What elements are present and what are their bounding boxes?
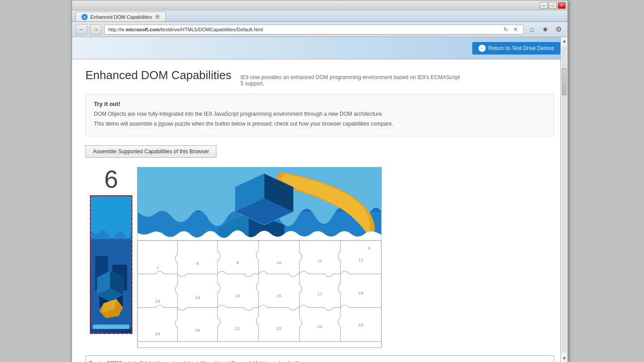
page-title: Enhanced DOM Capabilities: [85, 68, 232, 82]
svg-text:19: 19: [155, 331, 161, 336]
scroll-down-arrow[interactable]: ▼: [561, 354, 568, 362]
tab-bar: e Enhanced DOM Capabilities ✕: [72, 10, 568, 22]
settings-icon[interactable]: ⚙: [553, 24, 564, 35]
svg-text:12: 12: [358, 257, 364, 262]
svg-text:14: 14: [195, 295, 200, 300]
tab-favicon: e: [81, 14, 88, 20]
main-content: Enhanced DOM Capabilities IE9 now provid…: [72, 59, 568, 362]
back-button[interactable]: ←: [76, 24, 87, 35]
svg-text:20: 20: [195, 328, 200, 333]
address-icons: ↻ ✕: [502, 25, 520, 34]
page-title-row: Enhanced DOM Capabilities IE9 now provid…: [85, 68, 554, 87]
address-field[interactable]: http://ie.microsoft.com/testdrive/HTML5/…: [104, 25, 524, 34]
puzzle-left: 6: [85, 167, 137, 334]
tab-label: Enhanced DOM Capabilities: [90, 14, 152, 20]
svg-text:22: 22: [276, 326, 282, 331]
svg-text:6: 6: [368, 245, 370, 250]
svg-text:9: 9: [236, 260, 239, 265]
tab-close-button[interactable]: ✕: [155, 14, 160, 20]
title-bar-controls: ─ □ ✕: [540, 2, 566, 9]
scroll-up-arrow[interactable]: ▲: [561, 37, 568, 44]
url-prefix: http://ie.: [108, 27, 126, 32]
return-button[interactable]: ← Return to Test Drive Demos: [472, 42, 560, 55]
forward-button[interactable]: →: [90, 24, 102, 35]
home-icon[interactable]: ⌂: [526, 24, 537, 35]
browser-tab[interactable]: e Enhanced DOM Capabilities ✕: [76, 12, 166, 21]
address-bar: ← → http://ie.microsoft.com/testdrive/HT…: [72, 22, 568, 37]
log-line-1: Basic ECMAScript 3 bindings to object/fu…: [89, 359, 550, 362]
toolbar-right: ⌂ ★ ⚙: [526, 24, 564, 35]
svg-text:7: 7: [156, 265, 159, 270]
svg-text:16: 16: [276, 293, 282, 298]
url-path: /testdrive/HTML5/DOMCapabilities/Default…: [160, 27, 263, 32]
url-text: http://ie.microsoft.com/testdrive/HTML5/…: [108, 27, 502, 32]
log-area[interactable]: Basic ECMAScript 3 bindings to object/fu…: [85, 355, 554, 362]
svg-text:8: 8: [196, 261, 199, 266]
svg-text:18: 18: [358, 290, 364, 295]
minimize-button[interactable]: ─: [540, 2, 548, 9]
return-btn-label: Return to Test Drive Demos: [488, 45, 554, 51]
url-domain: microsoft.com: [126, 27, 160, 32]
puzzle-count: 6: [85, 167, 137, 192]
svg-text:24: 24: [358, 322, 364, 327]
puzzle-grid: 6 7 8 9 10 11 12 13 14 15 16 17: [137, 167, 382, 348]
scrollbar-track[interactable]: [562, 46, 567, 353]
stop-button[interactable]: ✕: [512, 25, 520, 34]
svg-text:21: 21: [235, 326, 241, 331]
svg-text:23: 23: [318, 324, 323, 329]
puzzle-thumbnail: [90, 195, 132, 334]
svg-rect-12: [93, 324, 129, 329]
info-box: Try it out! DOM Objects are now fully-in…: [85, 94, 554, 136]
return-icon: ←: [479, 45, 486, 52]
puzzle-area: 6: [85, 167, 554, 348]
info-box-line1: DOM Objects are now fully-integrated int…: [94, 110, 546, 118]
svg-text:10: 10: [276, 260, 282, 265]
browser-window: ─ □ ✕ e Enhanced DOM Capabilities ✕ ← → …: [72, 0, 568, 362]
assemble-button[interactable]: Assemble Supported Capabilities of this …: [85, 145, 216, 158]
svg-rect-22: [137, 240, 381, 348]
svg-text:15: 15: [235, 293, 241, 298]
page-content: ← Return to Test Drive Demos Enhanced DO…: [72, 37, 568, 362]
favorites-icon[interactable]: ★: [540, 24, 551, 35]
page-subtitle: IE9 now provides an enhanced DOM program…: [241, 74, 464, 87]
scrollbar[interactable]: ▲ ▼: [560, 37, 568, 362]
svg-text:11: 11: [318, 258, 323, 263]
maximize-button[interactable]: □: [549, 2, 557, 9]
scrollbar-thumb[interactable]: [562, 68, 567, 95]
svg-text:13: 13: [155, 299, 161, 303]
info-box-line2: This demo will assemble a jigsaw puzzle …: [94, 120, 546, 128]
ie-header: ← Return to Test Drive Demos: [72, 37, 568, 59]
close-button[interactable]: ✕: [558, 2, 566, 9]
info-box-title: Try it out!: [94, 101, 546, 107]
refresh-button[interactable]: ↻: [502, 25, 510, 34]
title-bar: ─ □ ✕: [72, 0, 568, 10]
svg-text:17: 17: [318, 291, 323, 296]
